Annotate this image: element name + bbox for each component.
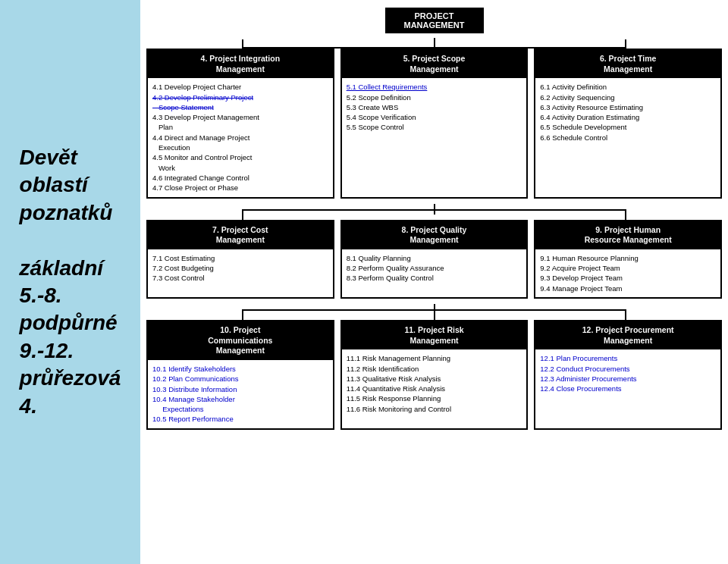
v-drop-3 xyxy=(625,39,626,49)
item-12-3: 12.3 Administer Procurements xyxy=(540,374,716,384)
item-6-2: 6.2 Activity Sequencing xyxy=(540,92,716,102)
item-4-2: 4.2 Develop Preliminary Project Scope St… xyxy=(152,92,328,113)
grid-container: 4. Project IntegrationManagement 4.1 Dev… xyxy=(146,47,722,430)
item-9-4: 9.4 Manage Project Team xyxy=(540,284,716,293)
item-9-1: 9.1 Human Resource Planning xyxy=(540,253,716,263)
item-4-7: 4.7 Close Project or Phase xyxy=(152,183,328,193)
box-12-body: 12.1 Plan Procurements 12.2 Conduct Proc… xyxy=(535,349,720,428)
item-6-3: 6.3 Activity Resource Estimating xyxy=(540,102,716,112)
item-8-1: 8.1 Quality Planning xyxy=(347,253,522,263)
box-6-body: 6.1 Activity Definition 6.2 Activity Seq… xyxy=(535,78,720,196)
item-4-6: 4.6 Integrated Change Control xyxy=(152,173,328,183)
item-6-1: 6.1 Activity Definition xyxy=(540,82,716,92)
item-4-3: 4.3 Develop Project Management Plan xyxy=(152,112,328,133)
box-7-header: 7. Project CostManagement xyxy=(148,221,333,249)
item-10-2: 10.2 Plan Communications xyxy=(152,374,328,384)
item-11-6: 11.6 Risk Monitoring and Control xyxy=(347,404,522,414)
box-8-header: 8. Project QualityManagement xyxy=(342,221,527,249)
box-9-body: 9.1 Human Resource Planning 9.2 Acquire … xyxy=(535,249,720,297)
box-5-body: 5.1 Collect Requirements 5.2 Scope Defin… xyxy=(342,78,527,196)
v-drop-8 xyxy=(434,309,435,320)
box-7-body: 7.1 Cost Estimating 7.2 Cost Budgeting 7… xyxy=(148,249,333,297)
item-5-1: 5.1 Collect Requirements xyxy=(347,82,522,92)
sidebar: Devět oblastí poznatků základní 5.-8. po… xyxy=(0,0,140,564)
box-11-header: 11. Project RiskManagement xyxy=(342,321,527,349)
box-4-header: 4. Project IntegrationManagement xyxy=(148,50,333,78)
item-4-1: 4.1 Develop Project Charter xyxy=(152,82,328,92)
row2: 7. Project CostManagement 7.1 Cost Estim… xyxy=(146,220,722,299)
item-10-3: 10.3 Distribute Information xyxy=(152,384,328,394)
box-4-body: 4.1 Develop Project Charter 4.2 Develop … xyxy=(148,78,333,196)
item-5-2: 5.2 Scope Definition xyxy=(347,92,522,102)
box-5: 5. Project ScopeManagement 5.1 Collect R… xyxy=(340,49,529,199)
h-line-row2 xyxy=(242,209,626,211)
item-11-1: 11.1 Risk Management Planning xyxy=(347,353,522,363)
item-12-4: 12.4 Close Procurements xyxy=(540,384,716,393)
rows: 4. Project IntegrationManagement 4.1 Dev… xyxy=(146,47,722,430)
item-7-3: 7.3 Cost Control xyxy=(152,273,328,283)
item-4-4: 4.4 Direct and Manage Project Execution xyxy=(152,133,328,153)
item-10-5: 10.5 Report Performance xyxy=(152,414,328,424)
v-drop-6 xyxy=(625,209,626,220)
v-between-rows-1-2 xyxy=(146,204,722,215)
item-9-2: 9.2 Acquire Project Team xyxy=(540,263,716,273)
box-9: 9. Project HumanResource Management 9.1 … xyxy=(534,220,722,299)
item-9-3: 9.3 Develop Project Team xyxy=(540,273,716,283)
v-drop-4 xyxy=(242,209,243,220)
item-10-4: 10.4 Manage Stakeholder Expectations xyxy=(152,394,328,415)
item-11-3: 11.3 Qualitative Risk Analysis xyxy=(347,374,522,384)
box-8-body: 8.1 Quality Planning 8.2 Perform Quality… xyxy=(342,249,527,297)
box-9-header: 9. Project HumanResource Management xyxy=(535,221,720,249)
row3: 10. ProjectCommunicationsManagement 10.1… xyxy=(146,320,722,430)
item-8-2: 8.2 Perform Quality Assurance xyxy=(347,263,522,273)
item-8-3: 8.3 Perform Quality Control xyxy=(347,273,522,283)
v-drop-9 xyxy=(625,309,626,320)
item-6-5: 6.5 Schedule Development xyxy=(540,122,716,132)
box-10-header: 10. ProjectCommunicationsManagement xyxy=(148,321,333,360)
sidebar-text: Devět oblastí poznatků základní 5.-8. po… xyxy=(20,144,121,420)
item-7-1: 7.1 Cost Estimating xyxy=(152,253,328,263)
item-6-4: 6.4 Activity Duration Estimating xyxy=(540,112,716,122)
box-12-header: 12. Project ProcurementManagement xyxy=(535,321,720,349)
item-5-3: 5.3 Create WBS xyxy=(347,102,522,112)
main-content: PROJECT MANAGEMENT 4. Project Integratio… xyxy=(140,0,728,564)
v-drop-1 xyxy=(242,39,243,49)
item-5-5: 5.5 Scope Control xyxy=(347,122,522,132)
row1: 4. Project IntegrationManagement 4.1 Dev… xyxy=(146,49,722,199)
item-12-2: 12.2 Conduct Procurements xyxy=(540,364,716,374)
box-11-body: 11.1 Risk Management Planning 11.2 Risk … xyxy=(342,349,527,428)
item-11-2: 11.2 Risk Identification xyxy=(347,364,522,374)
box-6-header: 6. Project TimeManagement xyxy=(535,50,720,78)
box-7: 7. Project CostManagement 7.1 Cost Estim… xyxy=(146,220,334,299)
top-node: PROJECT MANAGEMENT xyxy=(385,8,484,33)
item-11-5: 11.5 Risk Response Planning xyxy=(347,393,522,403)
item-6-6: 6.6 Schedule Control xyxy=(540,133,716,143)
v-drop-2 xyxy=(434,39,435,49)
item-7-2: 7.2 Cost Budgeting xyxy=(152,263,328,273)
box-10: 10. ProjectCommunicationsManagement 10.1… xyxy=(146,320,334,430)
v-drop-7 xyxy=(242,309,243,320)
box-11: 11. Project RiskManagement 11.1 Risk Man… xyxy=(340,320,529,430)
box-12: 12. Project ProcurementManagement 12.1 P… xyxy=(534,320,722,430)
box-5-header: 5. Project ScopeManagement xyxy=(342,50,527,78)
item-5-4: 5.4 Scope Verification xyxy=(347,112,522,122)
box-4: 4. Project IntegrationManagement 4.1 Dev… xyxy=(146,49,334,199)
item-4-5: 4.5 Monitor and Control Project Work xyxy=(152,152,328,173)
item-12-1: 12.1 Plan Procurements xyxy=(540,353,716,363)
box-6: 6. Project TimeManagement 6.1 Activity D… xyxy=(534,49,722,199)
box-8: 8. Project QualityManagement 8.1 Quality… xyxy=(340,220,529,299)
item-11-4: 11.4 Quantitative Risk Analysis xyxy=(347,384,522,393)
box-10-body: 10.1 Identify Stakeholders 10.2 Plan Com… xyxy=(148,360,333,428)
item-10-1: 10.1 Identify Stakeholders xyxy=(152,364,328,374)
